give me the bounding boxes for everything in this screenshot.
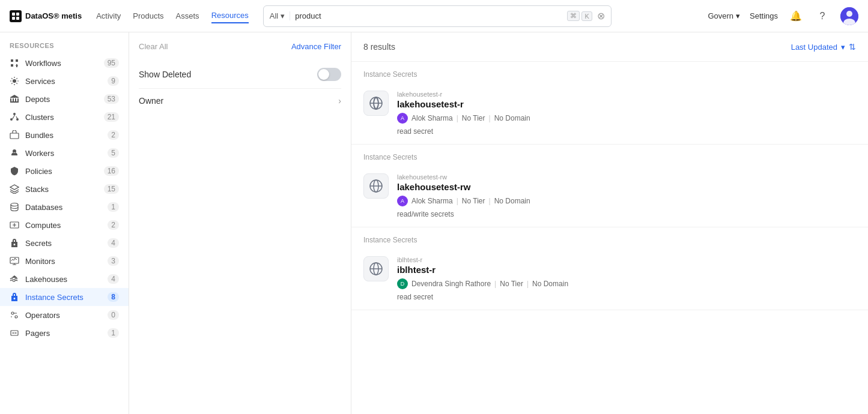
sidebar-label-lakehouses: Lakehouses [25, 275, 102, 284]
notifications-button[interactable]: 🔔 [788, 8, 804, 25]
sidebar-count-depots: 53 [104, 94, 119, 104]
sidebar-item-monitors[interactable]: Monitors 3 [0, 252, 129, 270]
result-section-label-3: Instance Secrets [351, 227, 868, 248]
sidebar-item-stacks[interactable]: Stacks 15 [0, 180, 129, 198]
sidebar-count-instance-secrets: 8 [108, 292, 119, 302]
user-avatar[interactable] [840, 7, 858, 25]
sidebar-item-instance-secrets[interactable]: Instance Secrets 8 [0, 288, 129, 306]
result-meta-1: A Alok Sharma | No Tier | No Domain [397, 113, 856, 124]
result-tier-1: No Tier [462, 114, 485, 122]
result-desc-2: read/write secrets [397, 210, 856, 218]
sidebar-header: Resources [0, 40, 129, 54]
sidebar-count-workers: 5 [108, 148, 119, 158]
bundle-icon [10, 130, 19, 140]
nav-resources[interactable]: Resources [211, 8, 249, 23]
sidebar-label-secrets: Secrets [25, 239, 102, 248]
result-section-label-1: Instance Secrets [351, 62, 868, 82]
sidebar-label-workers: Workers [25, 149, 102, 158]
sidebar-item-pagers[interactable]: Pagers 1 [0, 324, 129, 342]
result-tier-2: No Tier [462, 197, 485, 205]
shortcut-mod: ⌘ [567, 11, 580, 21]
sidebar-label-pagers: Pagers [25, 329, 102, 338]
cluster-icon [10, 112, 19, 122]
govern-label: Govern [708, 11, 733, 20]
sidebar-count-workflows: 95 [104, 58, 119, 68]
svg-point-16 [15, 316, 17, 318]
result-body-2: lakehousetest-rw lakehousetest-rw A Alok… [397, 173, 856, 218]
filter-panel: Clear All Advance Filter Show Deleted Ow… [129, 32, 351, 414]
show-deleted-label: Show Deleted [139, 70, 191, 79]
sidebar-label-databases: Databases [25, 203, 102, 212]
help-button[interactable]: ? [814, 8, 831, 25]
result-title-3: iblhtest-r [397, 265, 856, 275]
svg-rect-3 [16, 17, 19, 20]
pager-icon [10, 328, 19, 338]
sidebar-count-lakehouses: 4 [108, 274, 119, 284]
sidebar-label-stacks: Stacks [25, 185, 98, 194]
result-owner-3: Devendra Singh Rathore [411, 280, 491, 288]
sidebar-item-lakehouses[interactable]: Lakehouses 4 [0, 270, 129, 288]
sidebar-count-operators: 0 [108, 310, 119, 320]
result-title-1: lakehousetest-r [397, 99, 856, 109]
result-icon-wrap-2 [363, 173, 389, 199]
show-deleted-toggle[interactable] [317, 68, 341, 81]
app-logo: DataOS® metis [10, 10, 82, 22]
sidebar-item-bundles[interactable]: Bundles 2 [0, 126, 129, 144]
compute-icon [10, 220, 19, 230]
chevron-down-icon: ▾ [281, 11, 285, 20]
sidebar-item-depots[interactable]: Depots 53 [0, 90, 129, 108]
chevron-right-icon: › [338, 96, 341, 106]
result-card-2[interactable]: lakehousetest-rw lakehousetest-rw A Alok… [351, 165, 868, 227]
instance-secret-icon [10, 292, 19, 302]
result-owner-2: Alok Sharma [411, 197, 453, 205]
secret-icon [10, 238, 19, 248]
settings-button[interactable]: Settings [750, 11, 778, 20]
sidebar-item-workers[interactable]: Workers 5 [0, 144, 129, 162]
depot-icon [10, 94, 19, 104]
search-scope-label: All [270, 11, 278, 20]
result-meta-2: A Alok Sharma | No Tier | No Domain [397, 196, 856, 206]
sort-label: Last Updated [791, 43, 837, 52]
sidebar-count-pagers: 1 [108, 328, 119, 338]
nav-assets[interactable]: Assets [176, 9, 199, 23]
nav-activity[interactable]: Activity [96, 9, 121, 23]
globe-icon-3 [369, 262, 383, 276]
main-layout: Resources Workflows 95 Services 9 Depots… [0, 32, 868, 414]
svg-rect-17 [11, 331, 18, 335]
toggle-knob [318, 69, 329, 80]
worker-icon [10, 148, 19, 158]
result-body-1: lakehousetest-r lakehousetest-r A Alok S… [397, 91, 856, 136]
sidebar-count-policies: 16 [104, 166, 119, 176]
result-body-3: iblhtest-r iblhtest-r D Devendra Singh R… [397, 256, 856, 301]
govern-menu[interactable]: Govern ▾ [708, 11, 740, 20]
owner-label: Owner [139, 96, 163, 106]
sidebar-count-bundles: 2 [108, 130, 119, 140]
sidebar-label-policies: Policies [25, 167, 98, 176]
search-input[interactable] [295, 11, 562, 20]
lakehouse-icon [10, 274, 19, 284]
search-clear-button[interactable]: ⊗ [597, 11, 605, 21]
advance-filter-button[interactable]: Advance Filter [291, 42, 341, 51]
sidebar-item-databases[interactable]: Databases 1 [0, 198, 129, 216]
sidebar-item-services[interactable]: Services 9 [0, 72, 129, 90]
sort-control[interactable]: Last Updated ▾ ⇅ [791, 42, 856, 52]
result-meta-3: D Devendra Singh Rathore | No Tier | No … [397, 278, 856, 289]
result-card-3[interactable]: iblhtest-r iblhtest-r D Devendra Singh R… [351, 248, 868, 310]
sidebar-item-clusters[interactable]: Clusters 21 [0, 108, 129, 126]
result-card-1[interactable]: lakehousetest-r lakehousetest-r A Alok S… [351, 82, 868, 145]
sidebar-item-policies[interactable]: Policies 16 [0, 162, 129, 180]
results-header: 8 results Last Updated ▾ ⇅ [351, 32, 868, 62]
sidebar-item-workflows[interactable]: Workflows 95 [0, 54, 129, 72]
sort-order-icon: ⇅ [849, 42, 856, 52]
sidebar-item-operators[interactable]: Operators 0 [0, 306, 129, 324]
filter-top-bar: Clear All Advance Filter [139, 42, 341, 51]
svg-point-8 [13, 113, 16, 115]
clear-all-button[interactable]: Clear All [139, 42, 168, 51]
sidebar-item-secrets[interactable]: Secrets 4 [0, 234, 129, 252]
operator-icon [10, 310, 19, 320]
sidebar-item-computes[interactable]: Computes 2 [0, 216, 129, 234]
owner-filter[interactable]: Owner › [139, 89, 341, 113]
nav-products[interactable]: Products [133, 9, 163, 23]
shortcut-key: K [581, 11, 592, 21]
search-scope-selector[interactable]: All ▾ [270, 11, 290, 20]
